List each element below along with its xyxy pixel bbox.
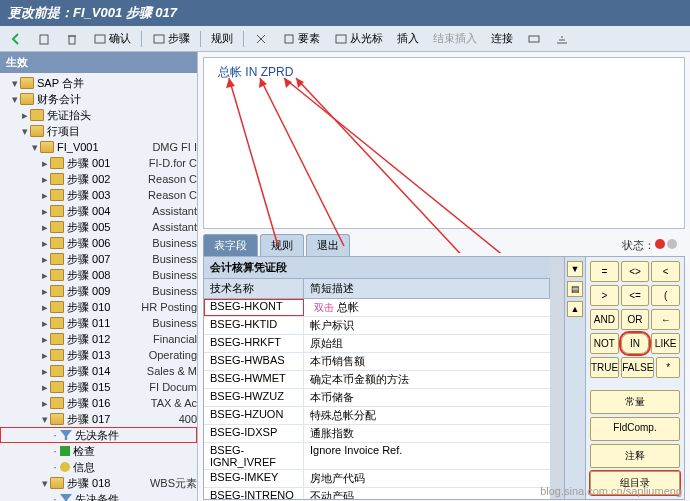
tree-node[interactable]: ▸凭证抬头	[0, 107, 197, 123]
filter-icon[interactable]: ▼	[567, 261, 583, 277]
op-and[interactable]: AND	[590, 309, 619, 330]
separator	[243, 31, 244, 47]
insert-row-icon[interactable]: ▤	[567, 281, 583, 297]
table-row[interactable]: BSEG-HWBAS本币销售额	[204, 353, 550, 371]
op-le[interactable]: <=	[621, 285, 650, 306]
copy-button[interactable]	[33, 30, 55, 48]
tree-node[interactable]: ·先决条件	[0, 427, 197, 443]
tree-node[interactable]: ▸步骤 002Reason C	[0, 171, 197, 187]
table-row[interactable]: BSEG-IMKEY房地产代码	[204, 470, 550, 488]
table-row[interactable]: BSEG-HZUON特殊总帐分配	[204, 407, 550, 425]
op-lparen[interactable]: (	[651, 285, 680, 306]
element-button[interactable]: 要素	[278, 29, 324, 48]
op-eq[interactable]: =	[590, 261, 619, 282]
op-gt[interactable]: >	[590, 285, 619, 306]
tree-header: 生效	[0, 52, 197, 73]
tree[interactable]: ▾SAP 合并▾财务会计▸凭证抬头▾行项目▾FI_V001DMG FI I▸步骤…	[0, 73, 197, 501]
col-tech-name[interactable]: 技术名称	[204, 279, 304, 298]
tree-node[interactable]: ▾FI_V001DMG FI I	[0, 139, 197, 155]
tree-node[interactable]: ▸步骤 008Business	[0, 267, 197, 283]
confirm-button[interactable]: 确认	[89, 29, 135, 48]
tool-a-button[interactable]	[523, 30, 545, 48]
table-columns: 技术名称 简短描述	[204, 279, 550, 299]
tree-node[interactable]: ▸步骤 006Business	[0, 235, 197, 251]
insert-button[interactable]: 插入	[393, 29, 423, 48]
action-column: ▼ ▤ ▲	[564, 257, 586, 499]
btn-fldcomp[interactable]: FldComp.	[590, 417, 680, 441]
svg-marker-12	[284, 78, 292, 88]
tree-node[interactable]: ·检查	[0, 443, 197, 459]
table-row[interactable]: BSEG-HWZUZ本币储备	[204, 389, 550, 407]
conn-insert-button[interactable]: 结束插入	[429, 29, 481, 48]
tree-node[interactable]: ·信息	[0, 459, 197, 475]
op-true[interactable]: TRUE	[590, 357, 619, 378]
svg-marker-14	[296, 78, 304, 88]
back-button[interactable]	[5, 30, 27, 48]
tree-node[interactable]: ▾步骤 018WBS元素	[0, 475, 197, 491]
tree-node[interactable]: ▸步骤 004Assistant	[0, 203, 197, 219]
tree-node[interactable]: ▸步骤 011Business	[0, 315, 197, 331]
rule-button[interactable]: 规则	[207, 29, 237, 48]
sort-icon[interactable]: ▲	[567, 301, 583, 317]
op-rparen[interactable]: ←	[651, 309, 680, 330]
table-row[interactable]: BSEG-IDXSP通胀指数	[204, 425, 550, 443]
formula-canvas[interactable]: 总帐 IN ZPRD	[203, 57, 685, 229]
svg-line-7	[229, 78, 278, 246]
op-false[interactable]: FALSE	[621, 357, 654, 378]
svg-line-9	[260, 78, 344, 246]
svg-marker-8	[226, 78, 235, 88]
op-not[interactable]: NOT	[590, 333, 619, 354]
tree-node[interactable]: ▸步骤 003Reason C	[0, 187, 197, 203]
tool-b-button[interactable]	[551, 30, 573, 48]
separator	[200, 31, 201, 47]
title-bar: 更改前提：FI_V001 步骤 017	[0, 0, 690, 26]
op-or[interactable]: OR	[621, 309, 650, 330]
table-row[interactable]: BSEG-HKTID帐户标识	[204, 317, 550, 335]
op-in[interactable]: IN	[621, 333, 650, 354]
tree-node[interactable]: ▾SAP 合并	[0, 75, 197, 91]
op-like[interactable]: LIKE	[651, 333, 680, 354]
separator	[141, 31, 142, 47]
tree-node[interactable]: ▾行项目	[0, 123, 197, 139]
step-button[interactable]: 步骤	[148, 29, 194, 48]
table-body[interactable]: BSEG-HKONT双击 总帐BSEG-HKTID帐户标识BSEG-HRKFT原…	[204, 299, 550, 499]
tree-node[interactable]: ▸步骤 001FI-D.for C	[0, 155, 197, 171]
svg-rect-2	[95, 35, 105, 43]
tree-node[interactable]: ▸步骤 007Business	[0, 251, 197, 267]
cursor-button[interactable]: 从光标	[330, 29, 387, 48]
op-lt[interactable]: <	[651, 261, 680, 282]
connect-button[interactable]: 连接	[487, 29, 517, 48]
table-row[interactable]: BSEG-HWMET确定本币金额的方法	[204, 371, 550, 389]
tree-node[interactable]: ▸步骤 012Financial	[0, 331, 197, 347]
field-table: 会计核算凭证段 技术名称 简短描述 BSEG-HKONT双击 总帐BSEG-HK…	[204, 257, 550, 499]
tree-node[interactable]: ▸步骤 009Business	[0, 283, 197, 299]
svg-rect-6	[529, 36, 539, 42]
toolbar: 确认 步骤 规则 要素 从光标 插入 结束插入 连接	[0, 26, 690, 52]
tree-node[interactable]: ·先决条件	[0, 491, 197, 501]
tree-node[interactable]: ▸步骤 015FI Docum	[0, 379, 197, 395]
svg-marker-10	[259, 78, 267, 88]
svg-line-11	[284, 78, 599, 253]
table-row[interactable]: BSEG-HKONT双击 总帐	[204, 299, 550, 317]
table-row[interactable]: BSEG-INTRENO不动产码	[204, 488, 550, 499]
svg-rect-4	[285, 35, 293, 43]
tree-node[interactable]: ▸步骤 016TAX & Ac	[0, 395, 197, 411]
btn-comment[interactable]: 注释	[590, 444, 680, 468]
col-desc[interactable]: 简短描述	[304, 279, 550, 298]
table-row[interactable]: BSEG-IGNR_IVREFIgnore Invoice Ref.	[204, 443, 550, 470]
op-star[interactable]: *	[656, 357, 680, 378]
tree-node[interactable]: ▸步骤 010HR Posting	[0, 299, 197, 315]
tree-node[interactable]: ▸步骤 005Assistant	[0, 219, 197, 235]
scrollbar[interactable]	[550, 257, 564, 499]
cut-button[interactable]	[250, 30, 272, 48]
tree-node[interactable]: ▾步骤 017400	[0, 411, 197, 427]
tree-node[interactable]: ▸步骤 014Sales & M	[0, 363, 197, 379]
tree-node[interactable]: ▸步骤 013Operating	[0, 347, 197, 363]
delete-button[interactable]	[61, 30, 83, 48]
btn-const[interactable]: 常量	[590, 390, 680, 414]
svg-line-13	[296, 78, 614, 253]
table-row[interactable]: BSEG-HRKFT原始组	[204, 335, 550, 353]
tree-node[interactable]: ▾财务会计	[0, 91, 197, 107]
op-ne[interactable]: <>	[621, 261, 650, 282]
svg-rect-1	[69, 36, 75, 44]
